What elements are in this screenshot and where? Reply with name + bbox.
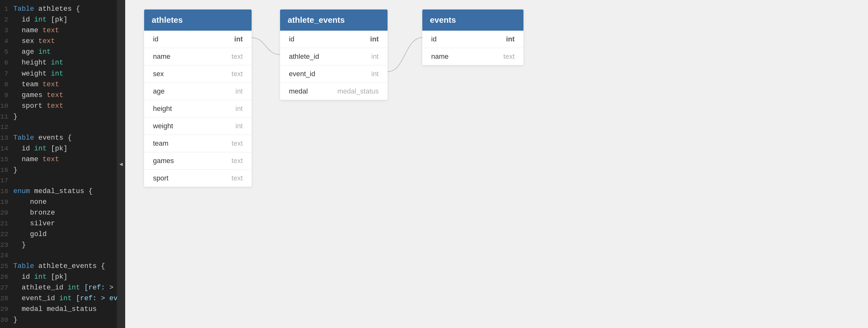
table-row: idint	[144, 31, 252, 48]
code-line: 17	[0, 176, 117, 186]
line-content: games text	[13, 90, 63, 101]
table-header-athletes: athletes	[144, 9, 252, 31]
code-line: 31	[0, 325, 117, 328]
field-name: name	[431, 53, 448, 61]
code-line: 1Table athletes {	[0, 4, 117, 14]
code-line: 22 gold	[0, 229, 117, 240]
diagram-panel: athletesidintnametextsextextageintheight…	[125, 0, 868, 328]
line-content: weight int	[13, 69, 63, 79]
line-number: 29	[0, 304, 13, 315]
table-row: nametext	[422, 48, 523, 65]
line-number: 17	[0, 176, 13, 186]
line-number: 9	[0, 90, 13, 101]
field-type: text	[232, 174, 243, 182]
line-content: gold	[13, 229, 47, 240]
line-content: name text	[13, 154, 59, 165]
field-name: height	[153, 105, 172, 113]
line-number: 28	[0, 294, 13, 304]
code-line: 29 medal medal_status	[0, 304, 117, 315]
line-number: 25	[0, 261, 13, 272]
table-header-events: events	[422, 9, 523, 31]
line-content: id int [pk]	[13, 14, 68, 25]
field-name: age	[153, 87, 165, 95]
code-line: 14 id int [pk]	[0, 143, 117, 154]
field-type: int	[234, 35, 243, 43]
code-line: 6 height int	[0, 58, 117, 68]
field-name: event_id	[289, 70, 315, 78]
code-line: 3 name text	[0, 25, 117, 36]
line-content: none	[13, 197, 47, 207]
line-number: 13	[0, 133, 13, 143]
line-content: }	[13, 240, 26, 251]
field-name: sport	[153, 174, 168, 182]
code-line: 18enum medal_status {	[0, 186, 117, 197]
code-line: 9 games text	[0, 90, 117, 101]
field-name: id	[431, 35, 437, 43]
table-row: nametext	[144, 48, 252, 65]
field-name: athlete_id	[289, 53, 319, 61]
line-content: id int [pk]	[13, 272, 68, 283]
code-line: 19 none	[0, 197, 117, 207]
table-row: gamestext	[144, 152, 252, 170]
code-line: 2 id int [pk]	[0, 14, 117, 25]
field-type: text	[503, 53, 515, 61]
field-name: id	[289, 35, 294, 43]
line-number: 23	[0, 240, 13, 251]
line-content: name text	[13, 25, 59, 36]
field-name: name	[153, 53, 170, 61]
table-athlete_events: athlete_eventsidintathlete_idintevent_id…	[280, 9, 388, 100]
field-type: text	[232, 157, 243, 165]
line-content	[13, 325, 22, 328]
table-row: weightint	[144, 118, 252, 135]
field-type: int	[370, 35, 379, 43]
table-row: sporttext	[144, 170, 252, 187]
line-content: bronze	[13, 207, 55, 218]
line-number: 26	[0, 272, 13, 283]
table-row: medalmedal_status	[280, 83, 388, 100]
line-content: silver	[13, 218, 55, 229]
field-type: int	[506, 35, 515, 43]
line-content: }	[13, 111, 18, 122]
code-line: 27 athlete_id int [ref: > athletes.id]	[0, 283, 117, 293]
line-content: }	[13, 165, 18, 176]
connector-0	[252, 38, 280, 55]
field-name: medal	[289, 87, 308, 95]
code-line: 30}	[0, 315, 117, 325]
code-line: 24	[0, 251, 117, 261]
table-row: sextext	[144, 65, 252, 83]
code-line: 7 weight int	[0, 69, 117, 79]
line-number: 21	[0, 219, 13, 229]
table-row: ageint	[144, 83, 252, 100]
line-number: 27	[0, 283, 13, 293]
field-type: text	[232, 53, 243, 61]
field-name: sex	[153, 70, 164, 78]
line-content: medal medal_status	[13, 304, 97, 315]
line-content: enum medal_status {	[13, 186, 93, 197]
line-number: 16	[0, 165, 13, 176]
table-row: athlete_idint	[280, 48, 388, 65]
line-content: sex text	[13, 36, 55, 47]
line-number: 3	[0, 26, 13, 36]
field-name: team	[153, 139, 168, 147]
field-type: text	[232, 139, 243, 147]
code-line: 8 team text	[0, 79, 117, 90]
line-content: sport text	[13, 101, 63, 111]
field-type: int	[371, 70, 379, 78]
code-line: 15 name text	[0, 154, 117, 165]
chevron-left-icon: ◀	[120, 161, 123, 167]
code-line: 16}	[0, 165, 117, 176]
code-panel: 1Table athletes {2 id int [pk]3 name tex…	[0, 0, 117, 328]
line-number: 24	[0, 251, 13, 261]
line-content: age int	[13, 47, 51, 58]
line-number: 4	[0, 36, 13, 47]
field-type: int	[236, 122, 243, 130]
field-type: text	[232, 70, 243, 78]
line-number: 18	[0, 187, 13, 197]
toggle-handle[interactable]: ◀	[117, 0, 125, 328]
line-content: Table athlete_events {	[13, 261, 105, 272]
line-number: 20	[0, 208, 13, 218]
code-line: 4 sex text	[0, 36, 117, 47]
code-line: 10 sport text	[0, 101, 117, 111]
field-type: int	[236, 105, 243, 113]
line-content: Table athletes {	[13, 4, 80, 14]
